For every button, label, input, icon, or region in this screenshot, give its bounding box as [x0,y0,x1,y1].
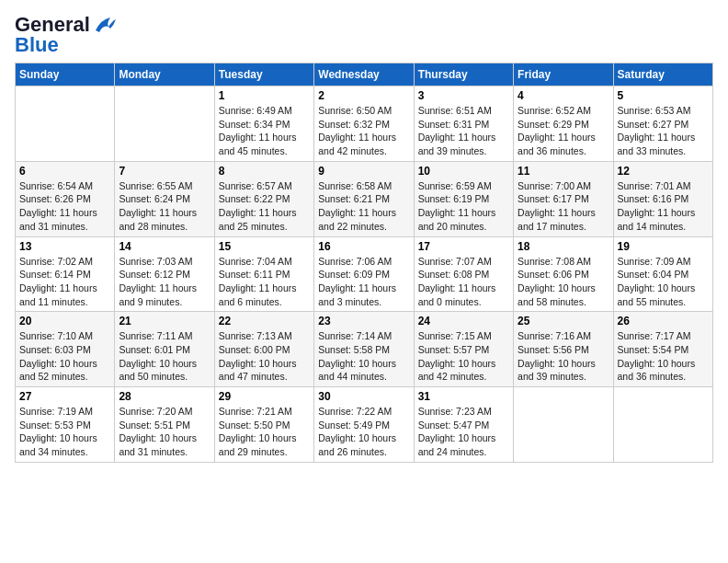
calendar-week-row: 20Sunrise: 7:10 AM Sunset: 6:03 PM Dayli… [16,312,713,387]
day-info: Sunrise: 7:21 AM Sunset: 5:50 PM Dayligh… [219,405,310,459]
calendar-day-cell: 21Sunrise: 7:11 AM Sunset: 6:01 PM Dayli… [115,312,214,387]
day-info: Sunrise: 6:50 AM Sunset: 6:32 PM Dayligh… [318,104,409,158]
day-number: 17 [418,240,509,253]
logo-general: General [15,15,90,35]
calendar-day-cell: 7Sunrise: 6:55 AM Sunset: 6:24 PM Daylig… [115,161,214,236]
day-info: Sunrise: 6:51 AM Sunset: 6:31 PM Dayligh… [418,104,509,158]
day-info: Sunrise: 6:55 AM Sunset: 6:24 PM Dayligh… [119,179,210,234]
calendar-day-cell: 25Sunrise: 7:16 AM Sunset: 5:56 PM Dayli… [514,312,613,387]
day-number: 7 [119,165,210,178]
day-info: Sunrise: 7:14 AM Sunset: 5:58 PM Dayligh… [318,329,409,384]
day-info: Sunrise: 6:54 AM Sunset: 6:26 PM Dayligh… [19,179,110,234]
logo-blue: Blue [15,35,59,55]
calendar-day-cell: 10Sunrise: 6:59 AM Sunset: 6:19 PM Dayli… [414,161,513,236]
day-number: 19 [618,240,709,253]
weekday-header: Monday [115,63,214,86]
day-info: Sunrise: 7:13 AM Sunset: 6:00 PM Dayligh… [219,329,310,384]
calendar-day-cell: 18Sunrise: 7:08 AM Sunset: 6:06 PM Dayli… [514,236,613,312]
day-number: 13 [19,240,110,253]
calendar-day-cell: 11Sunrise: 7:00 AM Sunset: 6:17 PM Dayli… [514,161,613,236]
day-number: 30 [318,390,409,403]
day-number: 12 [618,165,709,178]
day-number: 21 [119,315,210,327]
day-info: Sunrise: 7:01 AM Sunset: 6:16 PM Dayligh… [618,179,709,234]
calendar-day-cell: 31Sunrise: 7:23 AM Sunset: 5:47 PM Dayli… [414,387,513,463]
calendar-header-row: SundayMondayTuesdayWednesdayThursdayFrid… [16,63,713,86]
day-number: 8 [219,165,310,178]
calendar-day-cell [514,387,613,463]
calendar-day-cell: 30Sunrise: 7:22 AM Sunset: 5:49 PM Dayli… [314,387,414,463]
day-info: Sunrise: 7:10 AM Sunset: 6:03 PM Dayligh… [19,329,110,384]
calendar-day-cell: 14Sunrise: 7:03 AM Sunset: 6:12 PM Dayli… [115,236,214,312]
day-number: 15 [219,240,310,253]
day-info: Sunrise: 7:22 AM Sunset: 5:49 PM Dayligh… [318,405,409,459]
day-number: 3 [418,89,509,102]
day-info: Sunrise: 7:15 AM Sunset: 5:57 PM Dayligh… [418,329,509,384]
day-number: 4 [518,89,609,102]
calendar-day-cell: 13Sunrise: 7:02 AM Sunset: 6:14 PM Dayli… [16,236,115,312]
day-info: Sunrise: 7:16 AM Sunset: 5:56 PM Dayligh… [518,329,609,384]
weekday-header: Tuesday [214,63,313,86]
weekday-header: Wednesday [314,63,414,86]
calendar-day-cell: 15Sunrise: 7:04 AM Sunset: 6:11 PM Dayli… [214,236,313,312]
calendar-week-row: 1Sunrise: 6:49 AM Sunset: 6:34 PM Daylig… [16,86,713,162]
day-info: Sunrise: 7:20 AM Sunset: 5:51 PM Dayligh… [119,405,210,459]
calendar-day-cell: 27Sunrise: 7:19 AM Sunset: 5:53 PM Dayli… [16,387,115,463]
day-number: 11 [518,165,609,178]
day-number: 10 [418,165,509,178]
day-number: 26 [618,315,709,327]
day-info: Sunrise: 7:09 AM Sunset: 6:04 PM Dayligh… [618,255,709,309]
calendar-day-cell: 29Sunrise: 7:21 AM Sunset: 5:50 PM Dayli… [214,387,313,463]
weekday-header: Sunday [16,63,115,86]
calendar-day-cell: 12Sunrise: 7:01 AM Sunset: 6:16 PM Dayli… [613,161,712,236]
day-info: Sunrise: 7:00 AM Sunset: 6:17 PM Dayligh… [518,179,609,234]
day-number: 16 [318,240,409,253]
day-number: 31 [418,390,509,403]
weekday-header: Thursday [414,63,513,86]
calendar-day-cell: 22Sunrise: 7:13 AM Sunset: 6:00 PM Dayli… [214,312,313,387]
logo: General Blue [15,15,118,55]
day-info: Sunrise: 6:58 AM Sunset: 6:21 PM Dayligh… [318,179,409,234]
day-info: Sunrise: 6:53 AM Sunset: 6:27 PM Dayligh… [618,104,709,158]
calendar-day-cell: 4Sunrise: 6:52 AM Sunset: 6:29 PM Daylig… [514,86,613,162]
calendar-day-cell [16,86,115,162]
calendar-day-cell: 16Sunrise: 7:06 AM Sunset: 6:09 PM Dayli… [314,236,414,312]
day-info: Sunrise: 7:03 AM Sunset: 6:12 PM Dayligh… [119,255,210,309]
day-info: Sunrise: 7:08 AM Sunset: 6:06 PM Dayligh… [518,255,609,309]
day-info: Sunrise: 7:19 AM Sunset: 5:53 PM Dayligh… [19,405,110,459]
calendar-day-cell: 6Sunrise: 6:54 AM Sunset: 6:26 PM Daylig… [16,161,115,236]
calendar-week-row: 27Sunrise: 7:19 AM Sunset: 5:53 PM Dayli… [16,387,713,463]
day-number: 23 [318,315,409,327]
day-number: 14 [119,240,210,253]
calendar-day-cell: 1Sunrise: 6:49 AM Sunset: 6:34 PM Daylig… [214,86,313,162]
day-number: 24 [418,315,509,327]
calendar-day-cell: 26Sunrise: 7:17 AM Sunset: 5:54 PM Dayli… [613,312,712,387]
day-number: 28 [119,390,210,403]
calendar-day-cell: 3Sunrise: 6:51 AM Sunset: 6:31 PM Daylig… [414,86,513,162]
day-info: Sunrise: 7:17 AM Sunset: 5:54 PM Dayligh… [618,329,709,384]
calendar-day-cell: 5Sunrise: 6:53 AM Sunset: 6:27 PM Daylig… [613,86,712,162]
calendar-day-cell: 20Sunrise: 7:10 AM Sunset: 6:03 PM Dayli… [16,312,115,387]
calendar-day-cell: 24Sunrise: 7:15 AM Sunset: 5:57 PM Dayli… [414,312,513,387]
day-info: Sunrise: 7:23 AM Sunset: 5:47 PM Dayligh… [418,405,509,459]
day-info: Sunrise: 6:57 AM Sunset: 6:22 PM Dayligh… [219,179,310,234]
weekday-header: Friday [514,63,613,86]
calendar-table: SundayMondayTuesdayWednesdayThursdayFrid… [15,63,713,463]
calendar-day-cell [115,86,214,162]
day-number: 22 [219,315,310,327]
day-info: Sunrise: 6:52 AM Sunset: 6:29 PM Dayligh… [518,104,609,158]
calendar-day-cell [613,387,712,463]
day-number: 25 [518,315,609,327]
day-number: 2 [318,89,409,102]
day-info: Sunrise: 7:02 AM Sunset: 6:14 PM Dayligh… [19,255,110,309]
calendar-day-cell: 17Sunrise: 7:07 AM Sunset: 6:08 PM Dayli… [414,236,513,312]
page-header: General Blue [15,15,713,55]
day-number: 1 [219,89,310,102]
day-number: 5 [618,89,709,102]
day-info: Sunrise: 7:06 AM Sunset: 6:09 PM Dayligh… [318,255,409,309]
day-info: Sunrise: 6:49 AM Sunset: 6:34 PM Dayligh… [219,104,310,158]
calendar-day-cell: 23Sunrise: 7:14 AM Sunset: 5:58 PM Dayli… [314,312,414,387]
calendar-day-cell: 8Sunrise: 6:57 AM Sunset: 6:22 PM Daylig… [214,161,313,236]
day-info: Sunrise: 7:07 AM Sunset: 6:08 PM Dayligh… [418,255,509,309]
logo-bird-icon [92,16,118,34]
